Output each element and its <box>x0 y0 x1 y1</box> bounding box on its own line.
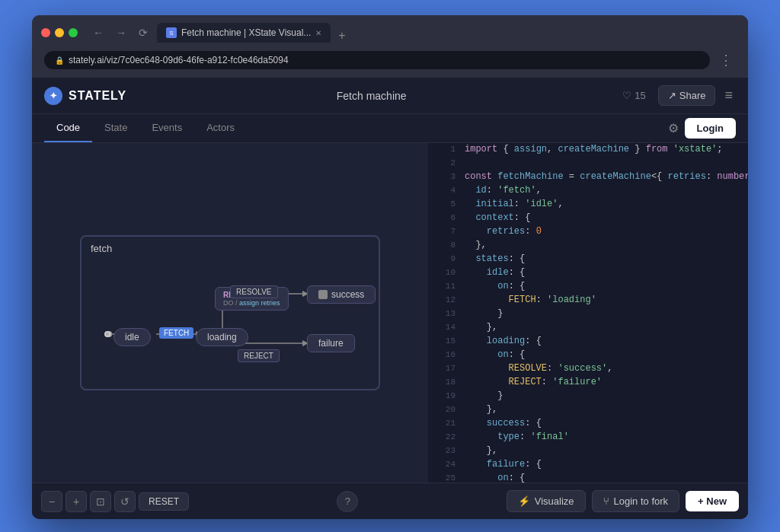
address-bar[interactable]: 🔒 stately.ai/viz/7c0ec648-09d6-46fe-a912… <box>44 51 710 69</box>
visualize-icon: ⚡ <box>518 495 530 507</box>
like-count: 15 <box>635 90 645 101</box>
brand-name: STATELY <box>69 89 126 103</box>
canvas-controls: − + ⊡ ↺ RESET <box>41 491 189 512</box>
visualize-button[interactable]: ⚡ Visualize <box>507 490 586 512</box>
code-line-11: 11 on: { <box>428 280 748 294</box>
back-button[interactable]: ← <box>90 25 107 40</box>
code-line-7: 7 retries: 0 <box>428 225 748 239</box>
traffic-lights <box>41 28 78 37</box>
browser-window: ← → ⟳ S Fetch machine | XState Visual...… <box>32 15 748 519</box>
canvas-inner: fetch <box>80 235 380 390</box>
code-line-24: 24 failure: { <box>428 458 748 472</box>
refresh-button[interactable]: ↺ <box>114 491 136 512</box>
tab-code[interactable]: Code <box>44 114 92 142</box>
tab-favicon: S <box>166 27 177 38</box>
share-icon: ↗ <box>668 90 676 101</box>
browser-nav: ← → ⟳ <box>90 25 151 40</box>
tab-title: Fetch machine | XState Visual... <box>181 27 311 38</box>
bottom-toolbar: − + ⊡ ↺ RESET ? ⚡ Visualize ⑂ Login to f… <box>32 483 748 519</box>
reject-event-label[interactable]: REJECT <box>238 348 280 362</box>
active-tab[interactable]: S Fetch machine | XState Visual... ✕ <box>157 23 331 43</box>
code-line-21: 21 success: { <box>428 417 748 431</box>
tab-actors[interactable]: Actors <box>194 114 247 142</box>
visualize-label: Visualize <box>535 495 574 507</box>
fork-icon: ⑂ <box>603 495 609 507</box>
new-button[interactable]: + New <box>686 491 739 511</box>
logo: ✦ STATELY <box>44 87 126 105</box>
arrows-svg <box>97 252 363 374</box>
state-idle[interactable]: idle <box>113 328 151 346</box>
page-title: Fetch machine <box>139 90 604 102</box>
retry-do-label: DO / assign retries <box>223 299 280 307</box>
tab-bar: S Fetch machine | XState Visual... ✕ + <box>157 23 350 43</box>
share-button[interactable]: ↗ Share <box>658 85 716 106</box>
code-line-20: 20 }, <box>428 403 748 417</box>
tab-close-button[interactable]: ✕ <box>315 29 321 37</box>
settings-button[interactable]: ⚙ <box>662 115 685 142</box>
nav-tabs: Code State Events Actors ⚙ Login <box>32 114 748 143</box>
new-label: + New <box>698 495 727 507</box>
new-tab-button[interactable]: + <box>334 29 350 43</box>
forward-button[interactable]: → <box>113 25 129 40</box>
like-button[interactable]: ♡ 15 <box>616 87 651 104</box>
code-line-2: 2 <box>428 157 748 170</box>
logo-icon: ✦ <box>44 87 62 105</box>
app-menu-button[interactable]: ≡ <box>721 84 736 107</box>
code-line-15: 15 loading: { <box>428 335 748 349</box>
browser-menu-button[interactable]: ⋮ <box>716 49 736 72</box>
login-fork-button[interactable]: ⑂ Login to fork <box>592 490 680 512</box>
code-line-18: 18 REJECT: 'failure' <box>428 376 748 390</box>
browser-chrome: ← → ⟳ S Fetch machine | XState Visual...… <box>32 15 748 78</box>
fit-button[interactable]: ⊡ <box>90 491 111 512</box>
initial-state-dot <box>104 331 110 337</box>
fetch-event-label[interactable]: FETCH <box>159 325 193 339</box>
zoom-out-button[interactable]: − <box>41 491 62 512</box>
code-line-8: 8 }, <box>428 239 748 253</box>
code-line-14: 14 }, <box>428 321 748 335</box>
code-line-9: 9 states: { <box>428 253 748 266</box>
lock-icon: 🔒 <box>55 56 64 65</box>
state-loading[interactable]: loading <box>196 328 248 346</box>
app-nav: ✦ STATELY Fetch machine ♡ 15 ↗ Share ≡ <box>32 78 748 114</box>
nav-actions: ♡ 15 ↗ Share ≡ <box>616 84 736 107</box>
login-button[interactable]: Login <box>685 118 736 139</box>
state-machine-box: fetch <box>80 235 380 390</box>
reset-button[interactable]: RESET <box>139 492 189 511</box>
code-line-17: 17 RESOLVE: 'success', <box>428 362 748 376</box>
code-line-23: 23 }, <box>428 444 748 458</box>
code-panel: 1 import { assign, createMachine } from … <box>428 143 748 483</box>
code-line-6: 6 context: { <box>428 212 748 225</box>
code-line-22: 22 type: 'final' <box>428 431 748 444</box>
code-line-5: 5 initial: 'idle', <box>428 198 748 212</box>
main-content: fetch <box>32 143 748 483</box>
code-line-12: 12 FETCH: 'loading' <box>428 294 748 307</box>
canvas-area: fetch <box>32 143 428 483</box>
tab-events[interactable]: Events <box>139 114 194 142</box>
address-bar-row: 🔒 stately.ai/viz/7c0ec648-09d6-46fe-a912… <box>41 49 739 78</box>
code-line-1: 1 import { assign, createMachine } from … <box>428 143 748 157</box>
help-button[interactable]: ? <box>337 491 358 512</box>
app-container: ✦ STATELY Fetch machine ♡ 15 ↗ Share ≡ C… <box>32 78 748 519</box>
minimize-traffic-light[interactable] <box>55 28 64 37</box>
zoom-in-button[interactable]: + <box>66 491 87 512</box>
reload-button[interactable]: ⟳ <box>136 25 151 40</box>
maximize-traffic-light[interactable] <box>69 28 78 37</box>
close-traffic-light[interactable] <box>41 28 50 37</box>
heart-icon: ♡ <box>622 90 631 101</box>
code-line-19: 19 } <box>428 390 748 403</box>
resolve-event-label[interactable]: RESOLVE <box>230 284 278 298</box>
code-line-13: 13 } <box>428 307 748 321</box>
state-success[interactable]: success <box>307 285 376 304</box>
login-fork-label: Login to fork <box>614 495 669 507</box>
code-line-10: 10 idle: { <box>428 266 748 280</box>
code-line-25: 25 on: { <box>428 472 748 483</box>
code-line-4: 4 id: 'fetch', <box>428 184 748 198</box>
code-line-16: 16 on: { <box>428 349 748 362</box>
tab-state[interactable]: State <box>92 114 139 142</box>
code-line-3: 3 const fetchMachine = createMachine<{ r… <box>428 170 748 184</box>
canvas-diagram: idle FETCH loading <box>97 252 363 374</box>
state-failure[interactable]: failure <box>307 334 355 352</box>
browser-controls-row: ← → ⟳ S Fetch machine | XState Visual...… <box>41 23 739 43</box>
share-label: Share <box>679 90 706 101</box>
url-text: stately.ai/viz/7c0ec648-09d6-46fe-a912-f… <box>69 55 289 65</box>
